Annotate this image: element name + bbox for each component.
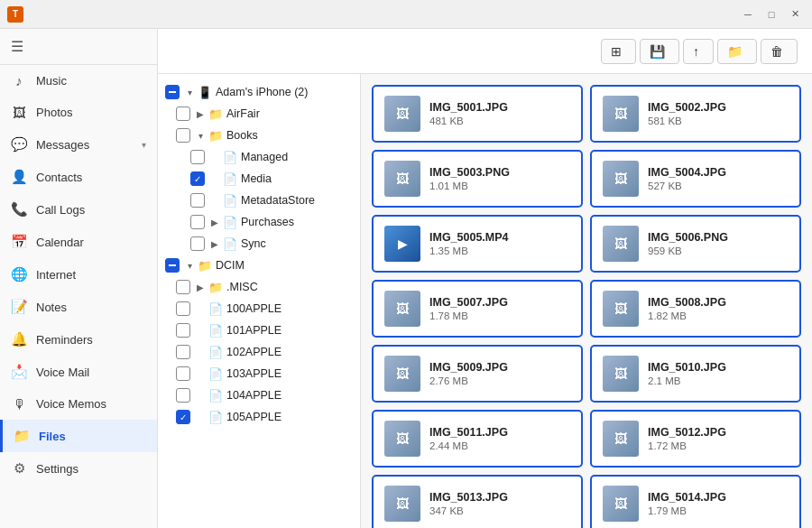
file-info: IMG_5001.JPG 481 KB xyxy=(429,101,570,126)
sidebar-label-files: Files xyxy=(39,430,66,443)
add-button[interactable]: ↑ xyxy=(683,39,714,64)
file-info: IMG_5013.JPG 347 KB xyxy=(429,491,570,516)
tree-checkbox[interactable] xyxy=(176,128,190,143)
tree-item[interactable]: ▶ 📄 Purchases xyxy=(158,211,360,233)
tree-item[interactable]: 📄 MetadataStore xyxy=(158,190,360,211)
tree-item[interactable]: ✓ 📄 105APPLE xyxy=(158,406,360,428)
tree-item[interactable]: 📄 101APPLE xyxy=(158,320,360,341)
sidebar-item-settings[interactable]: ⚙ Settings xyxy=(0,452,157,485)
tree-item[interactable]: ▶ 📁 AirFair xyxy=(158,103,360,125)
tree-item[interactable]: ▾ 📱 Adam's iPhone (2) xyxy=(158,81,360,103)
tree-item[interactable]: ▾ 📁 DCIM xyxy=(158,255,360,276)
tree-checkbox[interactable] xyxy=(165,85,180,99)
tree-label: Books xyxy=(226,129,258,142)
tree-file-icon: 📄 xyxy=(223,194,237,208)
file-card[interactable]: 🖼 IMG_5014.JPG 1.79 MB xyxy=(590,475,801,528)
hamburger-icon[interactable]: ☰ xyxy=(11,38,23,55)
file-card[interactable]: 🖼 IMG_5002.JPG 581 KB xyxy=(590,85,801,143)
sidebar-item-voicememos[interactable]: 🎙 Voice Memos xyxy=(0,388,157,420)
tree-item[interactable]: 📄 104APPLE xyxy=(158,384,360,406)
sidebar-item-calendar[interactable]: 📅 Calendar xyxy=(0,226,157,258)
sidebar-item-internet[interactable]: 🌐 Internet xyxy=(0,258,157,291)
tree-checkbox[interactable] xyxy=(190,215,205,229)
file-grid: 🖼 IMG_5001.JPG 481 KB 🖼 IMG_5002.JPG 581… xyxy=(361,74,812,528)
file-info: IMG_5004.JPG 527 KB xyxy=(648,166,789,191)
tree-checkbox[interactable] xyxy=(176,366,190,381)
tree-label: MetadataStore xyxy=(241,194,315,207)
view-button[interactable]: ⊞ xyxy=(601,39,636,64)
file-card[interactable]: 🖼 IMG_5011.JPG 2.44 MB xyxy=(372,410,583,468)
tree-file-icon: 📁 xyxy=(198,259,212,273)
tree-label: AirFair xyxy=(226,107,260,120)
sidebar-item-music[interactable]: ♪ Music xyxy=(0,65,157,97)
file-name: IMG_5009.JPG xyxy=(429,361,570,374)
tree-checkbox[interactable] xyxy=(176,345,190,359)
sidebar-item-contacts[interactable]: 👤 Contacts xyxy=(0,161,157,193)
sidebar-item-calllogs[interactable]: 📞 Call Logs xyxy=(0,193,157,226)
tree-expander: ▾ xyxy=(183,259,196,272)
tree-expander: ▶ xyxy=(208,237,221,250)
tree-checkbox[interactable]: ✓ xyxy=(190,171,205,186)
file-card[interactable]: 🖼 IMG_5010.JPG 2.1 MB xyxy=(590,345,801,403)
sidebar-item-messages[interactable]: 💬 Messages ▾ xyxy=(0,128,157,161)
minimize-button[interactable]: ─ xyxy=(738,5,758,24)
tree-item[interactable]: ✓ 📄 Media xyxy=(158,168,360,190)
delete-button[interactable]: 🗑 xyxy=(761,39,798,64)
tree-expander xyxy=(208,151,221,163)
tree-checkbox[interactable] xyxy=(190,193,205,208)
file-info: IMG_5005.MP4 1.35 MB xyxy=(429,231,570,256)
sidebar-item-voicemail[interactable]: 📩 Voice Mail xyxy=(0,356,157,388)
tree-checkbox[interactable] xyxy=(176,323,190,338)
maximize-button[interactable]: □ xyxy=(761,5,781,24)
tree-checkbox[interactable] xyxy=(176,388,190,403)
tree-item[interactable]: ▶ 📄 Sync xyxy=(158,233,360,255)
messages-icon: 💬 xyxy=(11,136,27,153)
file-card[interactable]: 🖼 IMG_5008.JPG 1.82 MB xyxy=(590,280,801,338)
file-size: 581 KB xyxy=(648,116,789,126)
file-info: IMG_5010.JPG 2.1 MB xyxy=(648,361,789,386)
file-name: IMG_5004.JPG xyxy=(648,166,789,179)
tree-item[interactable]: 📄 Managed xyxy=(158,146,360,168)
tree-item[interactable]: ▶ 📁 .MISC xyxy=(158,276,360,298)
sidebar-label-settings: Settings xyxy=(36,462,78,476)
file-thumbnail: 🖼 xyxy=(384,486,420,522)
tree-expander xyxy=(208,172,221,185)
file-card[interactable]: 🖼 IMG_5007.JPG 1.78 MB xyxy=(372,280,583,338)
file-card[interactable]: 🖼 IMG_5012.JPG 1.72 MB xyxy=(590,410,801,468)
file-name: IMG_5014.JPG xyxy=(648,491,789,504)
file-size: 2.76 MB xyxy=(429,375,570,386)
view-icon: ⊞ xyxy=(611,44,622,59)
file-card[interactable]: ▶ IMG_5005.MP4 1.35 MB xyxy=(372,215,583,273)
new-folder-button[interactable]: 📁 xyxy=(717,39,757,64)
tree-checkbox[interactable] xyxy=(176,301,190,316)
sidebar-item-photos[interactable]: 🖼 Photos xyxy=(0,97,157,128)
file-card[interactable]: 🖼 IMG_5006.PNG 959 KB xyxy=(590,215,801,273)
file-card[interactable]: 🖼 IMG_5013.JPG 347 KB xyxy=(372,475,583,528)
file-card[interactable]: 🖼 IMG_5003.PNG 1.01 MB xyxy=(372,150,583,208)
file-thumbnail: 🖼 xyxy=(603,96,639,132)
window-controls[interactable]: ─ □ ✕ xyxy=(738,5,805,24)
sidebar-item-notes[interactable]: 📝 Notes xyxy=(0,291,157,323)
tree-checkbox[interactable] xyxy=(176,280,190,294)
file-size: 347 KB xyxy=(429,505,570,516)
tree-checkbox[interactable] xyxy=(165,258,180,273)
tree-label: 103APPLE xyxy=(226,367,281,380)
file-card[interactable]: 🖼 IMG_5009.JPG 2.76 MB xyxy=(372,345,583,403)
tree-checkbox[interactable] xyxy=(190,150,205,164)
file-card[interactable]: 🖼 IMG_5004.JPG 527 KB xyxy=(590,150,801,208)
tree-item[interactable]: ▾ 📁 Books xyxy=(158,125,360,146)
tree-item[interactable]: 📄 103APPLE xyxy=(158,363,360,384)
tree-checkbox[interactable] xyxy=(176,107,190,121)
tree-checkbox[interactable] xyxy=(190,236,205,251)
sidebar-label-contacts: Contacts xyxy=(36,171,82,184)
file-card[interactable]: 🖼 IMG_5001.JPG 481 KB xyxy=(372,85,583,143)
sidebar-item-reminders[interactable]: 🔔 Reminders xyxy=(0,323,157,356)
files-icon: 📁 xyxy=(14,428,30,444)
sidebar-item-files[interactable]: 📁 Files xyxy=(0,420,157,452)
close-button[interactable]: ✕ xyxy=(785,5,805,24)
tree-checkbox[interactable]: ✓ xyxy=(176,410,190,424)
file-size: 2.1 MB xyxy=(648,375,789,386)
tree-item[interactable]: 📄 100APPLE xyxy=(158,298,360,320)
save-button[interactable]: 💾 xyxy=(640,39,679,64)
tree-item[interactable]: 📄 102APPLE xyxy=(158,341,360,363)
